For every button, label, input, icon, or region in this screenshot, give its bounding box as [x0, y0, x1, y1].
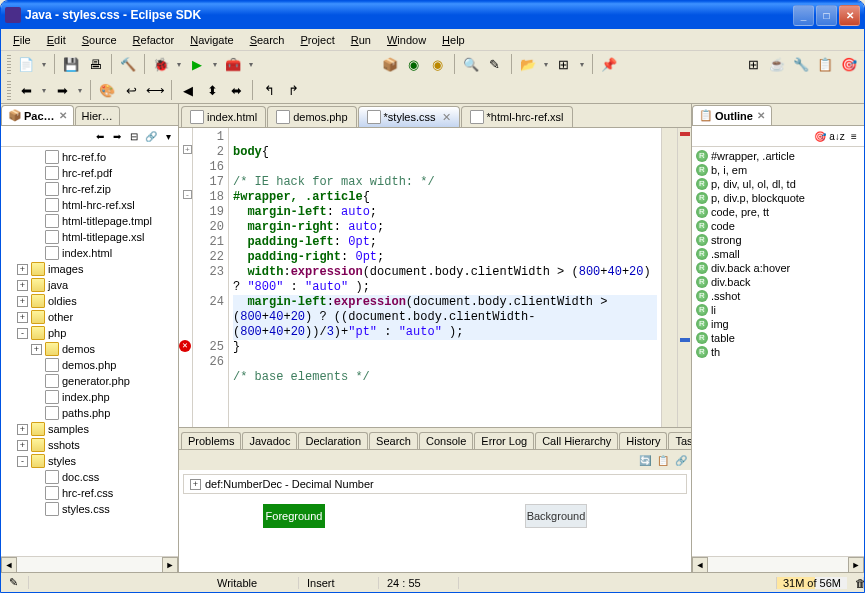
file-tree[interactable]: hrc-ref.fohrc-ref.pdfhrc-ref.ziphtml-hrc…	[1, 147, 178, 556]
scrollbar-h[interactable]: ◄►	[692, 556, 864, 572]
bottom-tab-call-hierarchy[interactable]: Call Hierarchy	[535, 432, 618, 449]
tree-item[interactable]: index.html	[3, 245, 176, 261]
tree-item[interactable]: -php	[3, 325, 176, 341]
toggle-button[interactable]: ⊞	[553, 53, 575, 75]
menu-source[interactable]: Source	[74, 32, 125, 48]
tree-item[interactable]: +java	[3, 277, 176, 293]
outline-item[interactable]: R.small	[694, 247, 862, 261]
tree-item[interactable]: hrc-ref.css	[3, 485, 176, 501]
save-button[interactable]: 💾	[60, 53, 82, 75]
tree-item[interactable]: +sshots	[3, 437, 176, 453]
scrollbar-v[interactable]	[661, 128, 677, 427]
outline-tree[interactable]: R#wrapper, .articleRb, i, emRp, div, ul,…	[692, 147, 864, 556]
search-button[interactable]: 🔍	[460, 53, 482, 75]
build-button[interactable]: 🔨	[117, 53, 139, 75]
bottom-tab-problems[interactable]: Problems	[181, 432, 241, 449]
menu-help[interactable]: Help	[434, 32, 473, 48]
tree-item[interactable]: +demos	[3, 341, 176, 357]
tree-item[interactable]: html-titlepage.xsl	[3, 229, 176, 245]
close-icon[interactable]: ✕	[442, 111, 451, 124]
package-tab[interactable]: 📦 Pac…✕	[1, 105, 74, 125]
tree-item[interactable]: doc.css	[3, 469, 176, 485]
link-icon[interactable]: 🔗	[143, 128, 159, 144]
outline-tab[interactable]: 📋 Outline✕	[692, 105, 772, 125]
external-tools-button[interactable]: 🧰	[222, 53, 244, 75]
debug-persp-button[interactable]: 🔧	[790, 53, 812, 75]
expand-icon[interactable]: +	[17, 312, 28, 323]
outline-item[interactable]: Rstrong	[694, 233, 862, 247]
expand-icon[interactable]: +	[17, 280, 28, 291]
new-class-button[interactable]: ◉	[403, 53, 425, 75]
editor-tab[interactable]: *html-hrc-ref.xsl	[461, 106, 573, 127]
menu-project[interactable]: Project	[293, 32, 343, 48]
outline-item[interactable]: Rcode	[694, 219, 862, 233]
bottom-tab-javadoc[interactable]: Javadoc	[242, 432, 297, 449]
minimize-button[interactable]: _	[793, 5, 814, 26]
menu-refactor[interactable]: Refactor	[125, 32, 183, 48]
select-pair-button[interactable]: ⬍	[201, 79, 223, 101]
outline-item[interactable]: Rtable	[694, 331, 862, 345]
bottom-tab-console[interactable]: Console	[419, 432, 473, 449]
outline-item[interactable]: Rdiv.back a:hover	[694, 261, 862, 275]
annotation-button[interactable]: ✎	[484, 53, 506, 75]
tree-item[interactable]: +other	[3, 309, 176, 325]
overview-ruler[interactable]	[677, 128, 691, 427]
bottom-tab-search[interactable]: Search	[369, 432, 418, 449]
java-persp-button[interactable]: ☕	[766, 53, 788, 75]
close-icon[interactable]: ✕	[59, 110, 67, 121]
menu-icon[interactable]: ▾	[160, 128, 176, 144]
tree-item[interactable]: demos.php	[3, 357, 176, 373]
print-button[interactable]: 🖶	[84, 53, 106, 75]
editor-tab[interactable]: demos.php	[267, 106, 356, 127]
tree-item[interactable]: +samples	[3, 421, 176, 437]
back-button[interactable]: ⬅	[15, 79, 37, 101]
expand-icon[interactable]: +	[17, 264, 28, 275]
link-editor-icon[interactable]: 🔗	[673, 452, 689, 468]
prev-button[interactable]: ◀	[177, 79, 199, 101]
editor-tab[interactable]: index.html	[181, 106, 266, 127]
open-type-button[interactable]: 📂	[517, 53, 539, 75]
tree-item[interactable]: hrc-ref.fo	[3, 149, 176, 165]
tree-item[interactable]: +images	[3, 261, 176, 277]
tree-item[interactable]: paths.php	[3, 405, 176, 421]
new-button[interactable]: 📄	[15, 53, 37, 75]
code-editor[interactable]: body{/* IE hack for max width: */#wrappe…	[229, 128, 661, 427]
tree-item[interactable]: html-hrc-ref.xsl	[3, 197, 176, 213]
outline-item[interactable]: Rdiv.back	[694, 275, 862, 289]
region-next-button[interactable]: ↱	[282, 79, 304, 101]
outline-item[interactable]: Rp, div, ul, ol, dl, td	[694, 177, 862, 191]
tree-item[interactable]: generator.php	[3, 373, 176, 389]
expand-icon[interactable]: -	[17, 456, 28, 467]
menu-window[interactable]: Window	[379, 32, 434, 48]
tree-item[interactable]: hrc-ref.pdf	[3, 165, 176, 181]
outline-item[interactable]: Rcode, pre, tt	[694, 205, 862, 219]
tree-item[interactable]: -styles	[3, 453, 176, 469]
outline-item[interactable]: Rp, div.p, blockquote	[694, 191, 862, 205]
tree-item[interactable]: styles.css	[3, 501, 176, 517]
hierarchy-tab[interactable]: Hier…	[75, 106, 120, 125]
menu-navigate[interactable]: Navigate	[182, 32, 241, 48]
close-icon[interactable]: ✕	[757, 110, 765, 121]
expand-icon[interactable]: +	[17, 440, 28, 451]
menu-edit[interactable]: Edit	[39, 32, 74, 48]
tree-item[interactable]: +oldies	[3, 293, 176, 309]
tree-item[interactable]: hrc-ref.zip	[3, 181, 176, 197]
collapse-icon[interactable]: ⊟	[126, 128, 142, 144]
run-button[interactable]: ▶	[186, 53, 208, 75]
expand-icon[interactable]: +	[31, 344, 42, 355]
expand-icon[interactable]: +	[17, 424, 28, 435]
titlebar[interactable]: Java - styles.css - Eclipse SDK _ □ ✕	[1, 1, 864, 29]
team-persp-button[interactable]: 📋	[814, 53, 836, 75]
bottom-tab-history[interactable]: History	[619, 432, 667, 449]
debug-button[interactable]: 🐞	[150, 53, 172, 75]
menu-search[interactable]: Search	[242, 32, 293, 48]
background-swatch[interactable]: Background	[525, 504, 587, 528]
bottom-tab-declaration[interactable]: Declaration	[298, 432, 368, 449]
expand-icon[interactable]: -	[17, 328, 28, 339]
outline-item[interactable]: Rth	[694, 345, 862, 359]
bottom-tab-error-log[interactable]: Error Log	[474, 432, 534, 449]
pair-match-button[interactable]: ⬌	[225, 79, 247, 101]
forward-button[interactable]: ➡	[51, 79, 73, 101]
back-icon[interactable]: ⬅	[92, 128, 108, 144]
menu-run[interactable]: Run	[343, 32, 379, 48]
